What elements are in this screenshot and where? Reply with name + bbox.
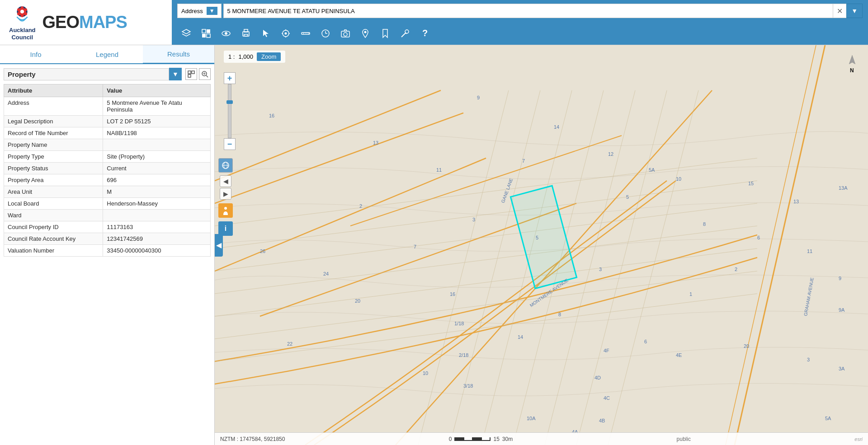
- camera-icon[interactable]: [336, 24, 354, 42]
- property-actions: [185, 68, 211, 80]
- map-label-9a: 9A: [839, 307, 845, 313]
- zoom-thumb[interactable]: [226, 100, 233, 104]
- scale-0: 0: [449, 436, 452, 442]
- select-icon[interactable]: [257, 24, 275, 42]
- north-arrow: N: [845, 54, 859, 76]
- table-row: Ward: [4, 210, 211, 221]
- scale-label: 1 :: [228, 53, 235, 60]
- map-label-5: 5: [626, 194, 629, 200]
- measure-icon[interactable]: [297, 24, 315, 42]
- svg-marker-46: [849, 55, 855, 64]
- pin-icon[interactable]: [356, 24, 374, 42]
- property-dropdown-button[interactable]: ▼: [169, 68, 182, 80]
- pan-right-button[interactable]: ▶: [220, 188, 231, 200]
- layers-icon[interactable]: [177, 24, 195, 42]
- map-label-3c: 3: [807, 357, 810, 362]
- map-canvas[interactable]: 16 9 14 13 11 7 12 5A 10 15 13 13A 2 5 3…: [215, 45, 868, 445]
- value-cell: 696: [103, 174, 211, 186]
- status-bar: NZTM : 1747584, 5921850 0 15 30m public …: [215, 432, 868, 445]
- svg-point-75: [224, 207, 227, 210]
- auckland-logo: Auckland Council: [9, 4, 36, 41]
- map-label-16: 16: [269, 113, 274, 118]
- map-label-20: 20: [355, 298, 360, 304]
- table-row: Local BoardHenderson-Massey: [4, 198, 211, 210]
- street-view-button[interactable]: [218, 203, 233, 218]
- pan-left-button[interactable]: ◀: [220, 175, 231, 187]
- table-row: Legal DescriptionLOT 2 DP 55125: [4, 116, 211, 127]
- zoom-in-button[interactable]: +: [224, 72, 236, 84]
- map-label-4d: 4D: [594, 375, 601, 380]
- map-label-12: 12: [608, 151, 613, 157]
- zoom-track[interactable]: [228, 84, 231, 138]
- attribute-cell: Legal Description: [4, 116, 103, 127]
- panel-content: Property ▼ Attribute Value: [0, 64, 214, 445]
- tab-legend[interactable]: Legend: [71, 45, 143, 64]
- table-row: Property TypeSite (Property): [4, 151, 211, 163]
- time-icon[interactable]: [316, 24, 335, 42]
- search-go-button[interactable]: ▼: [846, 4, 863, 18]
- tab-info[interactable]: Info: [0, 45, 71, 64]
- map-label-13b: 13: [793, 199, 799, 204]
- locate-icon[interactable]: [277, 24, 295, 42]
- left-panel: Info Legend Results Property ▼: [0, 45, 215, 445]
- attribute-cell: Property Name: [4, 139, 103, 151]
- search-clear-button[interactable]: ✕: [833, 4, 846, 18]
- value-cell: [103, 139, 211, 151]
- attribute-cell: Council Property ID: [4, 221, 103, 233]
- svg-point-23: [285, 32, 287, 34]
- search-input-wrapper: ✕ ▼: [223, 4, 863, 18]
- auckland-council: Council: [11, 34, 33, 41]
- svg-point-7: [20, 9, 24, 13]
- attribute-cell: Ward: [4, 210, 103, 221]
- map-area[interactable]: ◀ 1 : 1,000 Zoom N: [215, 45, 868, 445]
- address-type-label: Address: [181, 8, 203, 14]
- map-label-6b: 6: [644, 339, 647, 344]
- value-cell: NA8B/1198: [103, 127, 211, 139]
- address-type-selector[interactable]: Address ▼: [177, 4, 222, 18]
- tools-icon[interactable]: [396, 24, 414, 42]
- table-row: Area UnitM: [4, 186, 211, 198]
- eye-icon[interactable]: [217, 24, 235, 42]
- tab-results[interactable]: Results: [143, 45, 214, 64]
- value-cell: Henderson-Massey: [103, 198, 211, 210]
- svg-line-42: [206, 75, 208, 77]
- main-area: Info Legend Results Property ▼: [0, 45, 868, 445]
- zoom-button[interactable]: Zoom: [257, 52, 281, 61]
- zoom-to-button[interactable]: [199, 68, 211, 80]
- bookmark-icon[interactable]: [376, 24, 394, 42]
- map-label-7: 7: [522, 158, 525, 164]
- map-label-13a: 13A: [839, 185, 848, 191]
- collapse-panel-button[interactable]: ◀: [215, 234, 223, 257]
- header: Auckland Council GEOMAPS Address ▼ ✕ ▼: [0, 0, 868, 45]
- help-icon[interactable]: ?: [416, 24, 434, 42]
- zoom-out-button[interactable]: −: [224, 138, 236, 150]
- panel-tabs: Info Legend Results: [0, 45, 214, 64]
- map-label-2b: 2: [735, 267, 737, 272]
- value-cell: [103, 210, 211, 221]
- svg-rect-12: [207, 34, 210, 37]
- map-label-3b: 3: [599, 267, 602, 272]
- scale-ruler: 0 15 30m: [449, 436, 513, 442]
- print-icon[interactable]: [237, 24, 255, 42]
- table-row: Council Rate Account Key12341742569: [4, 233, 211, 245]
- attribute-cell: Property Status: [4, 163, 103, 174]
- value-cell: Current: [103, 163, 211, 174]
- map-label-4c: 4C: [604, 395, 610, 401]
- toggle-icon[interactable]: [197, 24, 215, 42]
- svg-rect-24: [302, 33, 310, 34]
- logo-area: Auckland Council GEOMAPS: [0, 0, 172, 45]
- navigation-buttons: ◀ ▶: [218, 158, 233, 200]
- map-label-13: 13: [373, 140, 378, 145]
- value-cell: 33450-00000040300: [103, 245, 211, 257]
- tools-bar: ?: [172, 22, 868, 45]
- ruler-bar: [454, 437, 491, 441]
- search-input[interactable]: [223, 4, 833, 18]
- map-label-6: 6: [757, 235, 760, 240]
- expand-table-button[interactable]: [185, 68, 197, 80]
- globe-view-button[interactable]: [218, 158, 233, 173]
- map-label-24: 24: [323, 271, 329, 276]
- auckland-logo-icon: [11, 4, 33, 27]
- map-label-5a: 5A: [649, 167, 655, 173]
- table-row: Property Area696: [4, 174, 211, 186]
- svg-rect-10: [207, 29, 210, 33]
